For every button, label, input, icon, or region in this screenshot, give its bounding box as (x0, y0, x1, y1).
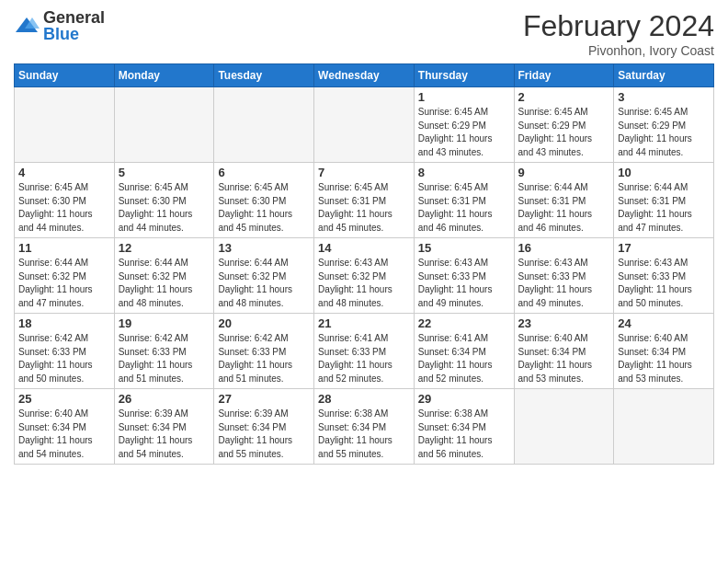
day-info: Sunrise: 6:38 AM Sunset: 6:34 PM Dayligh… (318, 408, 410, 461)
day-number: 22 (418, 316, 510, 330)
day-number: 21 (318, 316, 410, 330)
month-title: February 2024 (523, 9, 714, 43)
calendar-week-row: 1Sunrise: 6:45 AM Sunset: 6:29 PM Daylig… (15, 87, 714, 163)
day-number: 16 (518, 241, 610, 255)
day-info: Sunrise: 6:42 AM Sunset: 6:33 PM Dayligh… (119, 332, 210, 385)
calendar-day-cell: 26Sunrise: 6:39 AM Sunset: 6:34 PM Dayli… (114, 389, 214, 465)
day-info: Sunrise: 6:43 AM Sunset: 6:32 PM Dayligh… (318, 257, 410, 310)
calendar-header-cell: Wednesday (314, 64, 415, 87)
day-number: 14 (318, 241, 410, 255)
day-info: Sunrise: 6:44 AM Sunset: 6:32 PM Dayligh… (119, 257, 210, 310)
calendar-day-cell: 13Sunrise: 6:44 AM Sunset: 6:32 PM Dayli… (214, 238, 314, 314)
calendar-day-cell (15, 87, 115, 163)
day-number: 23 (518, 316, 610, 330)
calendar-day-cell: 23Sunrise: 6:40 AM Sunset: 6:34 PM Dayli… (514, 314, 614, 389)
calendar-body: 1Sunrise: 6:45 AM Sunset: 6:29 PM Daylig… (15, 87, 714, 465)
calendar-day-cell (514, 389, 614, 465)
day-number: 25 (18, 392, 110, 406)
calendar-day-cell: 28Sunrise: 6:38 AM Sunset: 6:34 PM Dayli… (314, 389, 415, 465)
calendar-day-cell (314, 87, 415, 163)
logo-text: General Blue (43, 9, 105, 42)
day-info: Sunrise: 6:41 AM Sunset: 6:34 PM Dayligh… (418, 332, 510, 385)
day-info: Sunrise: 6:45 AM Sunset: 6:29 PM Dayligh… (618, 106, 710, 159)
calendar-header-cell: Thursday (414, 64, 514, 87)
day-info: Sunrise: 6:40 AM Sunset: 6:34 PM Dayligh… (518, 332, 610, 385)
day-info: Sunrise: 6:38 AM Sunset: 6:34 PM Dayligh… (418, 408, 510, 461)
day-info: Sunrise: 6:42 AM Sunset: 6:33 PM Dayligh… (218, 332, 310, 385)
day-number: 5 (119, 166, 210, 179)
calendar-day-cell: 2Sunrise: 6:45 AM Sunset: 6:29 PM Daylig… (514, 87, 614, 163)
day-number: 13 (218, 241, 310, 255)
day-info: Sunrise: 6:43 AM Sunset: 6:33 PM Dayligh… (618, 257, 710, 310)
day-info: Sunrise: 6:40 AM Sunset: 6:34 PM Dayligh… (618, 332, 710, 385)
calendar-day-cell: 17Sunrise: 6:43 AM Sunset: 6:33 PM Dayli… (614, 238, 714, 314)
day-number: 1 (418, 90, 510, 104)
calendar-day-cell: 6Sunrise: 6:45 AM Sunset: 6:30 PM Daylig… (214, 163, 314, 238)
day-number: 26 (119, 392, 210, 406)
day-number: 24 (618, 316, 710, 330)
calendar-day-cell: 20Sunrise: 6:42 AM Sunset: 6:33 PM Dayli… (214, 314, 314, 389)
day-info: Sunrise: 6:39 AM Sunset: 6:34 PM Dayligh… (119, 408, 210, 461)
day-info: Sunrise: 6:45 AM Sunset: 6:31 PM Dayligh… (418, 181, 510, 235)
day-number: 20 (218, 316, 310, 330)
day-number: 12 (119, 241, 210, 255)
calendar-header-cell: Saturday (614, 64, 714, 87)
calendar-day-cell: 14Sunrise: 6:43 AM Sunset: 6:32 PM Dayli… (314, 238, 415, 314)
day-number: 3 (618, 90, 710, 104)
day-info: Sunrise: 6:44 AM Sunset: 6:31 PM Dayligh… (618, 181, 710, 235)
logo-icon (14, 16, 40, 36)
calendar-day-cell: 3Sunrise: 6:45 AM Sunset: 6:29 PM Daylig… (614, 87, 714, 163)
day-number: 11 (18, 241, 110, 255)
calendar-day-cell: 21Sunrise: 6:41 AM Sunset: 6:33 PM Dayli… (314, 314, 415, 389)
day-number: 19 (119, 316, 210, 330)
day-number: 8 (418, 166, 510, 179)
calendar-header-cell: Sunday (15, 64, 115, 87)
day-number: 29 (418, 392, 510, 406)
logo-general: General (43, 9, 105, 26)
day-number: 17 (618, 241, 710, 255)
day-info: Sunrise: 6:45 AM Sunset: 6:31 PM Dayligh… (318, 181, 410, 235)
day-number: 2 (518, 90, 610, 104)
calendar-header-cell: Tuesday (214, 64, 314, 87)
day-info: Sunrise: 6:44 AM Sunset: 6:32 PM Dayligh… (18, 257, 110, 310)
calendar-day-cell: 10Sunrise: 6:44 AM Sunset: 6:31 PM Dayli… (614, 163, 714, 238)
day-info: Sunrise: 6:45 AM Sunset: 6:29 PM Dayligh… (518, 106, 610, 159)
calendar-day-cell: 1Sunrise: 6:45 AM Sunset: 6:29 PM Daylig… (414, 87, 514, 163)
calendar-week-row: 18Sunrise: 6:42 AM Sunset: 6:33 PM Dayli… (15, 314, 714, 389)
header: General Blue February 2024 Pivonhon, Ivo… (14, 9, 714, 58)
day-info: Sunrise: 6:43 AM Sunset: 6:33 PM Dayligh… (518, 257, 610, 310)
day-number: 15 (418, 241, 510, 255)
day-info: Sunrise: 6:43 AM Sunset: 6:33 PM Dayligh… (418, 257, 510, 310)
calendar-header-row: SundayMondayTuesdayWednesdayThursdayFrid… (15, 64, 714, 87)
calendar-day-cell: 9Sunrise: 6:44 AM Sunset: 6:31 PM Daylig… (514, 163, 614, 238)
day-info: Sunrise: 6:45 AM Sunset: 6:30 PM Dayligh… (18, 181, 110, 235)
day-info: Sunrise: 6:44 AM Sunset: 6:31 PM Dayligh… (518, 181, 610, 235)
logo-blue: Blue (43, 26, 105, 42)
day-number: 18 (18, 316, 110, 330)
logo: General Blue (14, 9, 105, 42)
calendar-day-cell: 25Sunrise: 6:40 AM Sunset: 6:34 PM Dayli… (15, 389, 115, 465)
calendar-day-cell: 4Sunrise: 6:45 AM Sunset: 6:30 PM Daylig… (15, 163, 115, 238)
calendar-day-cell: 11Sunrise: 6:44 AM Sunset: 6:32 PM Dayli… (15, 238, 115, 314)
day-number: 27 (218, 392, 310, 406)
calendar-week-row: 4Sunrise: 6:45 AM Sunset: 6:30 PM Daylig… (15, 163, 714, 238)
title-block: February 2024 Pivonhon, Ivory Coast (523, 9, 714, 58)
day-info: Sunrise: 6:39 AM Sunset: 6:34 PM Dayligh… (218, 408, 310, 461)
calendar-day-cell (114, 87, 214, 163)
calendar-day-cell: 22Sunrise: 6:41 AM Sunset: 6:34 PM Dayli… (414, 314, 514, 389)
day-info: Sunrise: 6:45 AM Sunset: 6:30 PM Dayligh… (119, 181, 210, 235)
calendar-day-cell: 27Sunrise: 6:39 AM Sunset: 6:34 PM Dayli… (214, 389, 314, 465)
calendar-day-cell: 19Sunrise: 6:42 AM Sunset: 6:33 PM Dayli… (114, 314, 214, 389)
day-number: 4 (18, 166, 110, 179)
location-subtitle: Pivonhon, Ivory Coast (523, 43, 714, 58)
calendar-day-cell: 18Sunrise: 6:42 AM Sunset: 6:33 PM Dayli… (15, 314, 115, 389)
calendar-day-cell: 24Sunrise: 6:40 AM Sunset: 6:34 PM Dayli… (614, 314, 714, 389)
day-info: Sunrise: 6:42 AM Sunset: 6:33 PM Dayligh… (18, 332, 110, 385)
calendar-day-cell: 7Sunrise: 6:45 AM Sunset: 6:31 PM Daylig… (314, 163, 415, 238)
day-number: 9 (518, 166, 610, 179)
calendar-day-cell: 12Sunrise: 6:44 AM Sunset: 6:32 PM Dayli… (114, 238, 214, 314)
day-number: 28 (318, 392, 410, 406)
calendar-table: SundayMondayTuesdayWednesdayThursdayFrid… (14, 63, 714, 465)
calendar-day-cell: 5Sunrise: 6:45 AM Sunset: 6:30 PM Daylig… (114, 163, 214, 238)
day-number: 7 (318, 166, 410, 179)
